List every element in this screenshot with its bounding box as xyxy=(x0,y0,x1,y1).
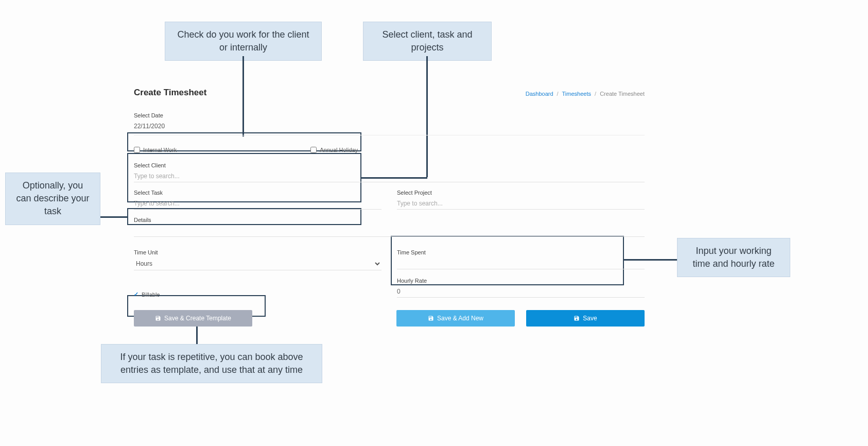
breadcrumb-separator: / xyxy=(557,91,559,97)
save-template-button[interactable]: Save & Create Template xyxy=(134,310,252,327)
select-task-input[interactable] xyxy=(134,198,381,210)
save-icon xyxy=(155,315,161,321)
hourly-rate-input[interactable] xyxy=(397,286,645,298)
check-icon: ✓ xyxy=(134,291,138,298)
internal-work-checkbox[interactable]: Internal Work xyxy=(134,147,177,153)
save-template-label: Save & Create Template xyxy=(164,315,231,322)
save-icon xyxy=(574,315,580,321)
save-add-new-label: Save & Add New xyxy=(437,315,483,322)
callout-time-rate: Input your working time and hourly rate xyxy=(677,238,790,277)
details-input[interactable] xyxy=(134,225,645,237)
timesheet-form: Dashboard / Timesheets / Create Timeshee… xyxy=(134,88,645,327)
select-client-input[interactable] xyxy=(134,170,645,182)
time-spent-input[interactable] xyxy=(397,258,645,269)
callout-template: If your task is repetitive, you can book… xyxy=(101,344,322,383)
select-client-label: Select Client xyxy=(134,162,645,168)
annual-holiday-input[interactable] xyxy=(310,147,317,153)
billable-label: Billable xyxy=(142,291,160,298)
time-unit-label: Time Unit xyxy=(134,249,381,255)
annual-holiday-checkbox[interactable]: Annual Holiday xyxy=(310,147,358,153)
save-icon xyxy=(428,315,434,321)
save-add-new-button[interactable]: Save & Add New xyxy=(396,310,515,327)
callout-work-type: Check do you work for the client or inte… xyxy=(165,22,322,61)
select-project-input[interactable] xyxy=(397,198,645,210)
select-project-label: Select Project xyxy=(397,190,645,196)
internal-work-label: Internal Work xyxy=(143,147,177,153)
breadcrumb: Dashboard / Timesheets / Create Timeshee… xyxy=(526,91,645,97)
breadcrumb-dashboard[interactable]: Dashboard xyxy=(526,91,553,97)
billable-toggle[interactable]: ✓ Billable xyxy=(134,291,381,298)
breadcrumb-separator: / xyxy=(595,91,596,97)
save-button[interactable]: Save xyxy=(526,310,645,327)
annual-holiday-label: Annual Holiday xyxy=(320,147,358,153)
time-spent-label: Time Spent xyxy=(397,249,645,255)
save-label: Save xyxy=(583,315,597,322)
select-date-label: Select Date xyxy=(134,112,645,118)
details-label: Details xyxy=(134,217,645,223)
callout-client-task: Select client, task and projects xyxy=(363,22,492,61)
time-unit-select[interactable]: Hours xyxy=(134,258,381,270)
hourly-rate-label: Hourly Rate xyxy=(397,278,645,284)
divider xyxy=(134,135,645,135)
callout-describe: Optionally, you can describe your task xyxy=(5,173,100,225)
select-date-value[interactable]: 22/11/2020 xyxy=(134,121,645,132)
breadcrumb-timesheets[interactable]: Timesheets xyxy=(562,91,591,97)
internal-work-input[interactable] xyxy=(134,147,140,153)
select-task-label: Select Task xyxy=(134,190,381,196)
connector-line xyxy=(100,216,127,218)
breadcrumb-current: Create Timesheet xyxy=(600,91,645,97)
